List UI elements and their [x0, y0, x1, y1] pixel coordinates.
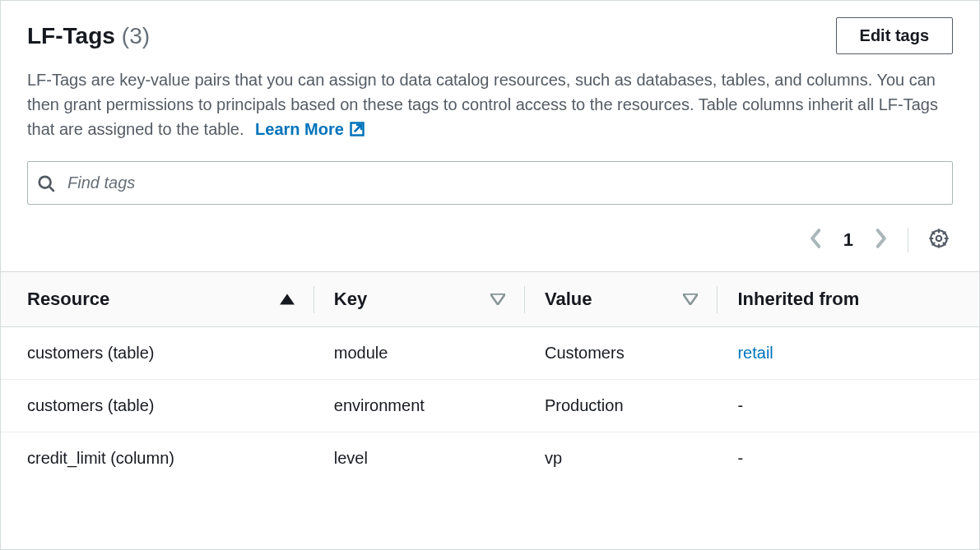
sort-icon — [683, 293, 698, 305]
page-nav: 1 — [806, 224, 891, 255]
cell-inherited: retail — [718, 327, 979, 380]
search-wrapper — [27, 161, 953, 205]
title-row: LF-Tags (3) Edit tags — [27, 17, 953, 54]
chevron-left-icon — [809, 228, 824, 252]
cell-key: environment — [314, 380, 525, 432]
table-row: credit_limit (column) level vp - — [1, 432, 979, 485]
column-label: Resource — [27, 289, 109, 310]
column-header-resource[interactable]: Resource — [1, 272, 314, 327]
pagination-row: 1 — [27, 218, 953, 271]
lf-tags-table: Resource Key — [1, 271, 979, 484]
cell-key: module — [314, 327, 525, 380]
table-body: customers (table) module Customers retai… — [1, 327, 979, 485]
learn-more-text: Learn More — [255, 117, 344, 141]
cell-resource: customers (table) — [1, 380, 314, 432]
column-label: Key — [334, 289, 367, 310]
panel-description: LF-Tags are key-value pairs that you can… — [27, 67, 953, 141]
table-settings-button[interactable] — [925, 224, 953, 255]
column-header-inherited[interactable]: Inherited from — [718, 272, 979, 327]
description-text: LF-Tags are key-value pairs that you can… — [27, 71, 938, 138]
sort-asc-icon — [280, 293, 295, 305]
learn-more-link[interactable]: Learn More — [255, 117, 365, 141]
cell-value: Production — [525, 380, 718, 432]
cell-resource: credit_limit (column) — [1, 432, 314, 485]
edit-tags-button[interactable]: Edit tags — [836, 17, 953, 54]
cell-value: vp — [525, 432, 718, 485]
column-label: Inherited from — [737, 289, 859, 310]
panel-header: LF-Tags (3) Edit tags LF-Tags are key-va… — [1, 1, 979, 271]
prev-page-button[interactable] — [806, 224, 827, 255]
gear-icon — [928, 228, 950, 252]
search-icon — [37, 174, 55, 192]
lf-tags-panel: LF-Tags (3) Edit tags LF-Tags are key-va… — [0, 0, 980, 550]
inherited-link[interactable]: retail — [737, 344, 773, 362]
column-header-value[interactable]: Value — [525, 272, 718, 327]
title-count: (3) — [122, 23, 150, 49]
current-page: 1 — [843, 229, 853, 251]
table-header-row: Resource Key — [1, 272, 979, 327]
title-text: LF-Tags — [27, 23, 115, 49]
cell-value: Customers — [525, 327, 718, 380]
cell-inherited: - — [718, 432, 979, 485]
cell-resource: customers (table) — [1, 327, 314, 380]
svg-point-2 — [936, 236, 942, 242]
search-input[interactable] — [27, 161, 953, 205]
next-page-button[interactable] — [870, 224, 891, 255]
page-title: LF-Tags (3) — [27, 23, 150, 49]
table-row: customers (table) module Customers retai… — [1, 327, 979, 380]
column-label: Value — [545, 289, 592, 310]
sort-icon — [490, 293, 505, 305]
pagination-divider — [908, 228, 908, 252]
external-link-icon — [349, 121, 365, 137]
chevron-right-icon — [873, 228, 888, 252]
table-row: customers (table) environment Production… — [1, 380, 979, 432]
cell-inherited: - — [718, 380, 979, 432]
cell-key: level — [314, 432, 525, 485]
column-header-key[interactable]: Key — [314, 272, 525, 327]
